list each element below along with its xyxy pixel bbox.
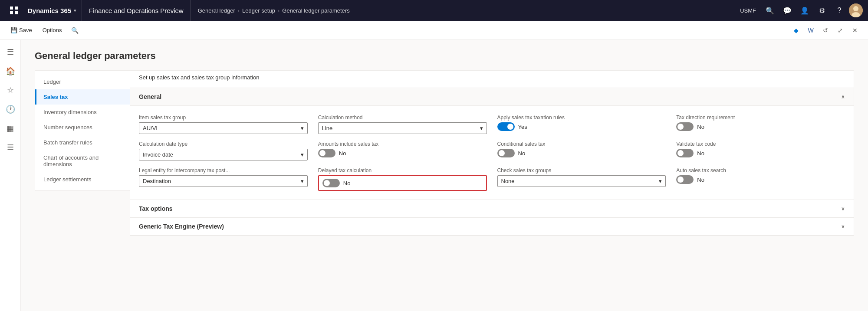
tax-direction-requirement-value: No xyxy=(697,124,704,130)
apply-sales-tax-rules-toggle[interactable] xyxy=(497,122,515,131)
env-label: USMF xyxy=(736,7,760,14)
general-section: General ∧ Item sales tax group AU/VI ▾ xyxy=(130,88,854,200)
auto-sales-tax-search-value: No xyxy=(697,177,704,183)
calculation-method-label: Calculation method xyxy=(318,115,487,121)
user-icon-btn[interactable]: 👤 xyxy=(797,3,812,18)
dropdown-chevron-icon: ▾ xyxy=(301,125,304,131)
page-title: General ledger parameters xyxy=(35,50,854,62)
nav-item-ledger-settlements[interactable]: Ledger settlements xyxy=(35,172,130,187)
calculation-date-type-dropdown[interactable]: Invoice date ▾ xyxy=(139,149,308,160)
left-nav: Ledger Sales tax Inventory dimensions Nu… xyxy=(35,70,130,191)
side-home-icon[interactable]: 🏠 xyxy=(2,62,19,80)
calc-method-chevron-icon: ▾ xyxy=(480,125,483,131)
breadcrumb-item-3[interactable]: General ledger parameters xyxy=(282,7,349,14)
breadcrumb-sep-2: › xyxy=(278,7,279,14)
tax-direction-requirement-toggle[interactable] xyxy=(676,122,694,131)
apply-sales-tax-rules-toggle-row: Yes xyxy=(497,122,666,131)
amounts-include-sales-tax-value: No xyxy=(339,150,346,157)
toolbar-right-tools: ◆ W ↺ ⤢ ✕ xyxy=(790,24,861,36)
apply-sales-tax-rules-value: Yes xyxy=(518,124,527,130)
item-sales-tax-group-dropdown[interactable]: AU/VI ▾ xyxy=(139,122,308,134)
nav-item-batch-transfer-rules[interactable]: Batch transfer rules xyxy=(35,135,130,150)
options-label: Options xyxy=(43,27,62,33)
brand-name: Dynamics 365 xyxy=(28,7,71,14)
svg-rect-2 xyxy=(10,11,13,14)
content-area: General ledger parameters Ledger Sales t… xyxy=(21,40,868,311)
amounts-include-sales-tax-label: Amounts include sales tax xyxy=(318,141,487,147)
tax-options-collapse-icon: ∨ xyxy=(841,206,845,212)
svg-rect-3 xyxy=(15,11,18,14)
field-validate-tax-code: Validate tax code No xyxy=(676,141,845,157)
nav-item-chart-of-accounts[interactable]: Chart of accounts and dimensions xyxy=(35,150,130,172)
check-sales-tax-groups-label: Check sales tax groups xyxy=(497,167,666,174)
options-button[interactable]: Options xyxy=(39,25,66,35)
toolbar-search-icon[interactable]: 🔍 xyxy=(69,24,81,36)
auto-sales-tax-search-label: Auto sales tax search xyxy=(676,167,845,174)
app-title: Finance and Operations Preview xyxy=(82,0,191,21)
nav-item-number-sequences[interactable]: Number sequences xyxy=(35,120,130,135)
field-auto-sales-tax-search: Auto sales tax search No xyxy=(676,167,845,184)
calculation-method-dropdown[interactable]: Line ▾ xyxy=(318,122,487,134)
conditional-sales-tax-toggle[interactable] xyxy=(497,149,515,157)
toolbar-diamond-blue-icon[interactable]: ◆ xyxy=(790,24,802,36)
general-section-header[interactable]: General ∧ xyxy=(130,88,854,106)
nav-item-inventory-dimensions[interactable]: Inventory dimensions xyxy=(35,105,130,120)
legal-entity-chevron-icon: ▾ xyxy=(301,178,304,184)
field-apply-sales-tax-rules: Apply sales tax taxation rules Yes xyxy=(497,115,666,131)
save-button[interactable]: 💾 Save xyxy=(7,25,36,35)
toolbar-close-icon[interactable]: ✕ xyxy=(849,24,861,36)
top-navbar: Dynamics 365 ▾ Finance and Operations Pr… xyxy=(0,0,868,21)
delayed-tax-calculation-value: No xyxy=(343,180,351,187)
search-icon-btn[interactable]: 🔍 xyxy=(762,3,778,18)
check-sales-tax-chevron-icon: ▾ xyxy=(659,178,662,184)
apps-icon[interactable] xyxy=(5,2,23,19)
delayed-tax-calculation-toggle[interactable] xyxy=(322,179,340,187)
auto-sales-tax-search-toggle-row: No xyxy=(676,175,845,184)
svg-rect-0 xyxy=(10,7,13,10)
toolbar-expand-icon[interactable]: ⤢ xyxy=(834,24,846,36)
calculation-date-type-label: Calculation date type xyxy=(139,141,308,147)
side-modules-icon[interactable]: ☰ xyxy=(2,139,19,156)
toolbar-word-icon[interactable]: W xyxy=(805,24,817,36)
validate-tax-code-label: Validate tax code xyxy=(676,141,845,147)
item-sales-tax-group-label: Item sales tax group xyxy=(139,115,308,121)
help-icon-btn[interactable]: ? xyxy=(832,3,847,18)
validate-tax-code-toggle[interactable] xyxy=(676,149,694,157)
side-icon-bar: ☰ 🏠 ☆ 🕐 ▦ ☰ xyxy=(0,40,21,311)
breadcrumb-item-1[interactable]: General ledger xyxy=(198,7,235,14)
breadcrumb-item-2[interactable]: Ledger setup xyxy=(242,7,275,14)
side-recent-icon[interactable]: 🕐 xyxy=(2,101,19,118)
check-sales-tax-groups-dropdown[interactable]: None ▾ xyxy=(497,175,666,187)
avatar[interactable] xyxy=(849,3,863,17)
chat-icon-btn[interactable]: 💬 xyxy=(779,3,795,18)
brand-chevron[interactable]: ▾ xyxy=(74,8,76,13)
tax-direction-requirement-label: Tax direction requirement xyxy=(676,115,845,121)
auto-sales-tax-search-toggle[interactable] xyxy=(676,175,694,184)
toolbar: 💾 Save Options 🔍 ◆ W ↺ ⤢ ✕ xyxy=(0,21,868,40)
amounts-include-sales-tax-toggle[interactable] xyxy=(318,149,335,157)
field-check-sales-tax-groups: Check sales tax groups None ▾ xyxy=(497,167,666,187)
field-tax-direction-requirement: Tax direction requirement No xyxy=(676,115,845,131)
legal-entity-intercompany-dropdown[interactable]: Destination ▾ xyxy=(139,175,308,187)
amounts-include-sales-tax-toggle-row: No xyxy=(318,149,487,157)
topnav-right-icons: USMF 🔍 💬 👤 ⚙ ? xyxy=(736,3,863,18)
side-menu-icon[interactable]: ☰ xyxy=(2,43,19,61)
svg-point-5 xyxy=(853,6,858,11)
nav-item-ledger[interactable]: Ledger xyxy=(35,74,130,89)
panel-intro: Set up sales tax and sales tax group inf… xyxy=(130,71,854,88)
main-layout: ☰ 🏠 ☆ 🕐 ▦ ☰ General ledger parameters Le… xyxy=(0,40,868,311)
tax-options-section[interactable]: Tax options ∨ xyxy=(130,200,854,218)
panel-intro-text: Set up sales tax and sales tax group inf… xyxy=(139,74,260,81)
generic-tax-engine-section[interactable]: Generic Tax Engine (Preview) ∨ xyxy=(130,218,854,236)
field-amounts-include-sales-tax: Amounts include sales tax No xyxy=(318,141,487,157)
toolbar-refresh-icon[interactable]: ↺ xyxy=(819,24,832,36)
settings-icon-btn[interactable]: ⚙ xyxy=(814,3,830,18)
general-section-title: General xyxy=(139,93,161,100)
conditional-sales-tax-value: No xyxy=(518,150,526,157)
brand-section[interactable]: Dynamics 365 ▾ xyxy=(23,0,82,21)
field-conditional-sales-tax: Conditional sales tax No xyxy=(497,141,666,157)
calc-date-chevron-icon: ▾ xyxy=(301,151,304,158)
side-favorites-icon[interactable]: ☆ xyxy=(2,82,19,99)
side-workspaces-icon[interactable]: ▦ xyxy=(2,120,19,137)
nav-item-sales-tax[interactable]: Sales tax xyxy=(35,89,130,105)
